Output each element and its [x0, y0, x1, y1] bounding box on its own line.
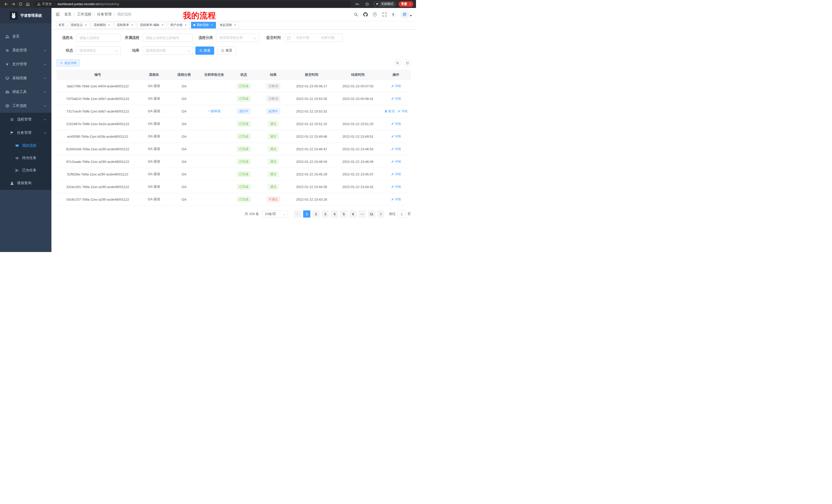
action-label: 详情: [395, 172, 401, 176]
security-chip[interactable]: 不安全: [37, 2, 52, 6]
update-label: 更新: [401, 2, 407, 6]
goto-page-input[interactable]: [397, 211, 406, 218]
page-button[interactable]: 1: [303, 211, 310, 218]
detail-action[interactable]: 详情: [391, 122, 401, 126]
detail-action[interactable]: 详情: [391, 197, 401, 202]
tab-item[interactable]: 流程定义×: [68, 22, 90, 29]
chevron-down-icon: [44, 90, 46, 92]
sidebar-item[interactable]: 流程管理: [0, 113, 51, 126]
edit-icon: [391, 198, 394, 201]
page-button[interactable]: 3: [322, 211, 329, 218]
tab-active[interactable]: 我的流程×: [191, 22, 216, 29]
tab-label: 流程表单: [117, 23, 129, 27]
tab-item[interactable]: 用户分组×: [168, 22, 190, 29]
sidebar-item-label: 基础设施: [12, 76, 44, 80]
sidebar-item[interactable]: 任务管理: [0, 126, 51, 139]
goto-unit: 页: [408, 212, 411, 216]
parent-process-input[interactable]: [142, 34, 193, 42]
more-pages-button[interactable]: ···: [359, 211, 366, 218]
font-size-icon[interactable]: T↕: [391, 12, 396, 17]
tab-item[interactable]: 首页: [56, 22, 67, 29]
detail-action[interactable]: 详情: [391, 147, 401, 151]
tab-item[interactable]: 流程表单×: [114, 22, 136, 29]
cancel-action[interactable]: 取消: [384, 109, 394, 114]
app-logo[interactable]: 芋道管理系统: [0, 8, 51, 23]
page-button[interactable]: 2: [312, 211, 319, 218]
close-icon[interactable]: ×: [161, 23, 164, 27]
status-select[interactable]: 请选择状态: [76, 47, 121, 55]
breadcrumb-item[interactable]: 首页: [64, 12, 72, 17]
detail-action[interactable]: 详情: [391, 96, 401, 101]
sidebar-item[interactable]: 系统管理: [0, 44, 51, 57]
sidebar-item[interactable]: 待办任务: [0, 152, 51, 164]
category-select[interactable]: 请选择流程分类: [216, 34, 259, 42]
end-cell: 2022-01-22 23:49:51: [335, 135, 381, 138]
process-name-input[interactable]: [76, 34, 121, 42]
detail-action[interactable]: 详情: [397, 109, 408, 114]
close-icon[interactable]: ×: [210, 23, 214, 27]
help-icon[interactable]: ?: [372, 12, 378, 17]
name-cell: OA 请假: [139, 197, 169, 202]
tab-item[interactable]: 发起流程×: [217, 22, 239, 29]
close-icon[interactable]: ×: [233, 23, 237, 27]
close-icon[interactable]: ×: [184, 23, 187, 27]
page-button[interactable]: 11: [368, 211, 375, 218]
result-tag: 通过: [268, 146, 279, 152]
detail-action[interactable]: 详情: [391, 134, 401, 139]
close-icon[interactable]: ×: [107, 23, 111, 27]
page-button[interactable]: 4: [331, 211, 338, 218]
toggle-search-button[interactable]: [394, 59, 401, 66]
sidebar-item[interactable]: 工作流程: [0, 99, 51, 113]
caret-down-icon: [410, 15, 412, 17]
sidebar-item[interactable]: 研发工具: [0, 85, 51, 99]
sidebar-item[interactable]: 我的流程: [0, 139, 51, 152]
tab-item[interactable]: 流程模型×: [91, 22, 113, 29]
result-cell: 通过: [258, 134, 288, 139]
github-icon[interactable]: [363, 12, 368, 17]
status-cell: 已完成: [229, 96, 258, 102]
forward-icon[interactable]: [10, 1, 17, 7]
update-button[interactable]: 更新: [398, 1, 413, 7]
search-icon[interactable]: [353, 12, 358, 17]
page-button[interactable]: 5: [340, 211, 347, 218]
detail-action[interactable]: 详情: [391, 172, 401, 176]
breadcrumb-item[interactable]: 工作流程: [77, 12, 92, 17]
sidebar-item[interactable]: 已办任务: [0, 164, 51, 176]
detail-action[interactable]: 详情: [391, 84, 401, 88]
actions-cell: 详情: [381, 96, 411, 101]
detail-action[interactable]: 详情: [391, 160, 401, 164]
sidebar-item[interactable]: 首页: [0, 30, 51, 44]
back-icon[interactable]: [3, 1, 10, 7]
reload-icon[interactable]: [17, 1, 24, 7]
hamburger-icon[interactable]: [51, 12, 64, 17]
page-size-select[interactable]: 10条/页: [262, 211, 288, 218]
password-key-icon[interactable]: [354, 1, 361, 7]
result-cell: 通过: [258, 146, 288, 152]
page-button[interactable]: 6: [349, 211, 357, 218]
breadcrumb-item[interactable]: 任务管理: [97, 12, 111, 17]
next-page-button[interactable]: [377, 211, 384, 218]
home-icon[interactable]: [24, 1, 31, 7]
sidebar-item[interactable]: 请假查询: [0, 176, 51, 190]
detail-action[interactable]: 详情: [391, 185, 401, 189]
close-icon[interactable]: ×: [130, 23, 134, 27]
result-select[interactable]: 请选择流结果: [142, 47, 193, 55]
status-cell: 已完成: [229, 121, 258, 127]
submit-cell: 2022-01-22 23:49:46: [288, 135, 335, 138]
user-avatar[interactable]: [401, 10, 412, 18]
tab-item[interactable]: 流程表单-编辑×: [137, 22, 166, 29]
sidebar-item[interactable]: ¥支付管理: [0, 57, 51, 71]
close-icon[interactable]: ×: [84, 23, 88, 27]
submit-time-range-picker[interactable]: 开始日期 - 结束日期: [284, 34, 343, 42]
current-task-link[interactable]: 一级审批: [207, 109, 221, 114]
prev-page-button[interactable]: [294, 211, 301, 218]
create-process-button[interactable]: 发起流程: [57, 59, 80, 66]
reset-button[interactable]: 重置: [217, 47, 236, 55]
bookmark-star-icon[interactable]: [364, 1, 371, 7]
search-button[interactable]: 搜索: [196, 47, 214, 55]
table-body: 3ad174fb-7b9d-11ec-8404-acde48001122OA 请…: [57, 80, 411, 206]
refresh-table-button[interactable]: [404, 59, 411, 66]
sidebar-item[interactable]: 基础设施: [0, 71, 51, 85]
address-bar[interactable]: 不安全 dashboard.yudao.iocoder.cn/bpm/task/…: [34, 1, 351, 7]
fullscreen-icon[interactable]: [382, 12, 387, 17]
